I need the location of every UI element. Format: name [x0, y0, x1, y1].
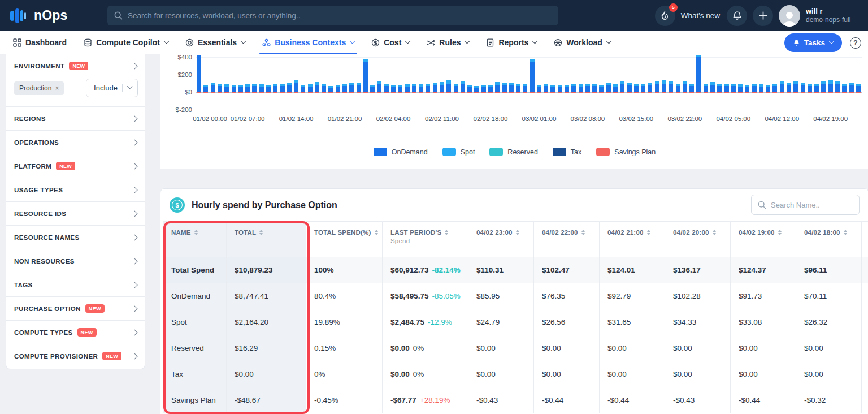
- sidebar-filter-regions[interactable]: REGIONS: [6, 107, 145, 130]
- chart-bar[interactable]: [536, 85, 542, 92]
- chart-bar[interactable]: [341, 84, 348, 92]
- column-header-04-02-21-00[interactable]: 04/02 21:00: [600, 221, 665, 257]
- chart-bar[interactable]: [369, 85, 376, 92]
- chart-bar[interactable]: [751, 84, 758, 92]
- chart-bar[interactable]: [376, 81, 383, 92]
- chart-bar[interactable]: [619, 81, 626, 92]
- chart-bar[interactable]: [806, 84, 813, 92]
- chart-bar[interactable]: [424, 84, 431, 92]
- whats-new-flame-button[interactable]: 5: [655, 6, 675, 26]
- chart-bar[interactable]: [841, 84, 848, 92]
- chart-bar[interactable]: [654, 81, 661, 92]
- chart-bar[interactable]: [272, 84, 279, 92]
- chip-close-icon[interactable]: ×: [55, 84, 59, 92]
- chart-bar[interactable]: [293, 80, 300, 92]
- chart-bar[interactable]: [403, 84, 410, 92]
- chart-bar[interactable]: [848, 83, 854, 92]
- chart-bar[interactable]: [362, 59, 369, 92]
- chart-bar[interactable]: [244, 84, 251, 92]
- chart-bar[interactable]: [466, 85, 473, 92]
- help-button[interactable]: ?: [850, 37, 861, 49]
- legend-item-ondemand[interactable]: OnDemand: [374, 148, 428, 156]
- chart-bar[interactable]: [411, 84, 418, 92]
- column-header-total[interactable]: TOTAL: [227, 221, 306, 257]
- chart-bar[interactable]: [529, 59, 536, 92]
- chart-bar[interactable]: [661, 80, 667, 92]
- chart-bar[interactable]: [605, 83, 612, 92]
- chart-bar[interactable]: [265, 85, 272, 92]
- column-header-04-02-18-00[interactable]: 04/02 18:00: [796, 221, 862, 257]
- sort-icon[interactable]: [581, 230, 585, 235]
- chart-bar[interactable]: [813, 84, 820, 92]
- chart-bar[interactable]: [501, 83, 507, 92]
- chart-bar[interactable]: [452, 84, 459, 92]
- chart-bar[interactable]: [646, 83, 653, 92]
- chart-bar[interactable]: [834, 81, 841, 92]
- chart-bar[interactable]: [522, 84, 528, 92]
- column-header-last-period-s[interactable]: LAST PERIOD'SSpend: [383, 221, 468, 257]
- sidebar-filter-compute-provisioner[interactable]: COMPUTE PROVISIONERNEW: [6, 344, 145, 368]
- global-search[interactable]: [107, 6, 558, 25]
- chart-bar[interactable]: [473, 86, 480, 92]
- sort-icon[interactable]: [194, 230, 198, 235]
- chart-bar[interactable]: [348, 83, 355, 92]
- chart-bar[interactable]: [230, 85, 237, 92]
- sidebar-filter-non-resources[interactable]: NON RESOURCES: [6, 249, 145, 273]
- sort-icon[interactable]: [778, 230, 782, 235]
- chart-bar[interactable]: [300, 85, 306, 92]
- nav-item-business-contexts[interactable]: Business Contexts: [254, 31, 363, 54]
- sidebar-filter-operations[interactable]: OPERATIONS: [6, 131, 145, 154]
- chart-bar[interactable]: [355, 83, 362, 92]
- chart-bar[interactable]: [820, 81, 827, 92]
- chart-bar[interactable]: [765, 85, 771, 92]
- chart-bar[interactable]: [723, 84, 730, 92]
- sidebar-filter-platform[interactable]: PLATFORMNEW: [6, 154, 145, 178]
- sort-icon[interactable]: [844, 230, 847, 235]
- legend-item-savings-plan[interactable]: Savings Plan: [596, 148, 656, 156]
- chart-bar[interactable]: [320, 84, 327, 92]
- chart-bar[interactable]: [640, 84, 646, 92]
- chart-bar[interactable]: [626, 83, 632, 92]
- chart-bar[interactable]: [682, 81, 688, 92]
- chart-bar[interactable]: [335, 85, 341, 92]
- chart-bar[interactable]: [223, 84, 230, 92]
- nav-item-dashboard[interactable]: Dashboard: [5, 31, 75, 54]
- chart-bar[interactable]: [612, 84, 619, 92]
- chart-bar[interactable]: [758, 84, 765, 92]
- chart-bar[interactable]: [307, 84, 314, 92]
- whats-new-label[interactable]: What's new: [681, 11, 720, 20]
- chart-bar[interactable]: [667, 81, 674, 92]
- chart-bar[interactable]: [202, 85, 209, 92]
- chart-bar[interactable]: [779, 81, 785, 92]
- chart-bar[interactable]: [196, 55, 202, 92]
- chart-bar[interactable]: [542, 84, 549, 92]
- chart-bar[interactable]: [515, 84, 522, 92]
- table-search[interactable]: [751, 195, 860, 215]
- tasks-button[interactable]: Tasks: [784, 33, 842, 52]
- sidebar-filter-usage-types[interactable]: USAGE TYPES: [6, 178, 145, 201]
- nav-item-rules[interactable]: Rules: [418, 31, 478, 54]
- chart-bar[interactable]: [279, 84, 285, 92]
- chart-bar[interactable]: [688, 84, 695, 92]
- notifications-bell-button[interactable]: [727, 6, 747, 26]
- column-header-04-02-20-00[interactable]: 04/02 20:00: [665, 221, 731, 257]
- sidebar-filter-compute-types[interactable]: COMPUTE TYPESNEW: [6, 321, 145, 344]
- chart-bar[interactable]: [633, 84, 640, 92]
- chart-bar[interactable]: [383, 84, 390, 92]
- sidebar-filter-purchase-option[interactable]: PURCHASE OPTIONNEW: [6, 297, 145, 320]
- nav-item-reports[interactable]: Reports: [478, 31, 545, 54]
- sort-icon[interactable]: [713, 230, 716, 235]
- chart-bar[interactable]: [251, 84, 258, 92]
- chart-bar[interactable]: [418, 84, 424, 92]
- nav-item-essentials[interactable]: Essentials: [177, 31, 254, 54]
- sort-icon[interactable]: [516, 230, 519, 235]
- chart-bar[interactable]: [432, 83, 439, 92]
- chart-bar[interactable]: [237, 85, 244, 92]
- chart-bar[interactable]: [445, 80, 452, 92]
- column-header-04-02-19-00[interactable]: 04/02 19:00: [731, 221, 796, 257]
- chart-bar[interactable]: [216, 84, 223, 92]
- chart-bar[interactable]: [598, 85, 605, 92]
- column-header-name[interactable]: NAME: [163, 221, 227, 257]
- chart-bar[interactable]: [494, 82, 501, 92]
- add-button[interactable]: [753, 6, 773, 26]
